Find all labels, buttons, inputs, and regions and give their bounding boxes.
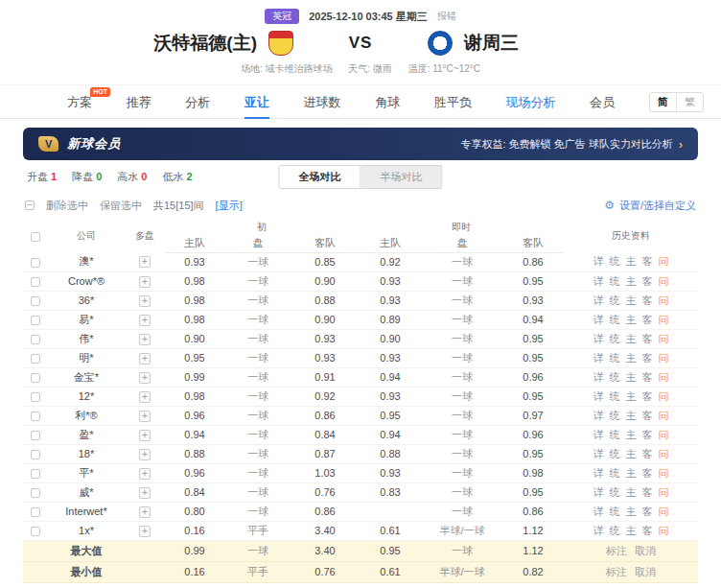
history-link-主[interactable]: 主: [626, 255, 637, 267]
company-name[interactable]: 18*: [48, 444, 125, 463]
nav-tab-方案[interactable]: 方案HOT: [67, 85, 92, 119]
expand-odds-button[interactable]: +: [139, 391, 151, 403]
history-link-客[interactable]: 客: [642, 506, 653, 517]
history-link-主[interactable]: 主: [626, 486, 637, 498]
expand-odds-button[interactable]: +: [139, 430, 151, 441]
expand-odds-button[interactable]: +: [139, 526, 151, 537]
history-link-客[interactable]: 客: [642, 371, 653, 383]
row-checkbox[interactable]: [31, 373, 40, 383]
history-link-详[interactable]: 详: [593, 525, 604, 536]
history-link-客[interactable]: 客: [642, 486, 653, 498]
history-link-客[interactable]: 客: [642, 314, 653, 325]
history-link-统[interactable]: 统: [610, 314, 620, 325]
history-link-主[interactable]: 主: [626, 448, 637, 459]
ask-link[interactable]: 问: [659, 410, 669, 421]
history-link-详[interactable]: 详: [593, 448, 604, 459]
history-link-主[interactable]: 主: [626, 314, 637, 325]
history-link-统[interactable]: 统: [610, 429, 620, 440]
history-link-详[interactable]: 详: [593, 467, 604, 479]
row-checkbox[interactable]: [31, 316, 40, 325]
history-link-主[interactable]: 主: [626, 352, 637, 364]
ask-link[interactable]: 问: [659, 294, 669, 306]
company-name[interactable]: 利*®: [48, 406, 125, 425]
vip-banner-right[interactable]: 专享权益: 免费解锁 免广告 球队实力对比分析 ›: [460, 137, 683, 152]
history-link-主[interactable]: 主: [626, 390, 637, 402]
expand-odds-button[interactable]: +: [139, 353, 151, 365]
nav-tab-亚让[interactable]: 亚让: [244, 85, 269, 119]
ask-link[interactable]: 问: [659, 275, 669, 287]
select-all-checkbox[interactable]: [31, 232, 40, 242]
company-name[interactable]: 平*: [48, 463, 125, 482]
expand-odds-button[interactable]: +: [139, 295, 151, 307]
history-link-统[interactable]: 统: [610, 506, 620, 517]
row-checkbox[interactable]: [31, 469, 40, 479]
history-link-主[interactable]: 主: [626, 275, 637, 287]
history-link-统[interactable]: 统: [610, 390, 620, 402]
history-link-主[interactable]: 主: [626, 410, 637, 421]
expand-odds-button[interactable]: +: [139, 372, 151, 384]
row-checkbox[interactable]: [31, 277, 40, 287]
row-checkbox[interactable]: [31, 258, 40, 268]
history-link-客[interactable]: 客: [642, 275, 653, 287]
full-match-tab[interactable]: 全场对比: [279, 165, 361, 189]
history-link-客[interactable]: 客: [642, 467, 653, 479]
vip-banner[interactable]: V 新球会员 专享权益: 免费解锁 免广告 球队实力对比分析 ›: [23, 128, 698, 160]
row-checkbox[interactable]: [31, 488, 40, 498]
expand-odds-button[interactable]: +: [139, 315, 151, 326]
history-link-详[interactable]: 详: [593, 275, 604, 287]
history-link-主[interactable]: 主: [626, 506, 637, 517]
ask-link[interactable]: 问: [659, 371, 669, 383]
company-name[interactable]: 澳*: [48, 252, 125, 271]
company-name[interactable]: 36*: [48, 291, 125, 310]
summary-link-标注[interactable]: 标注: [606, 545, 627, 556]
history-link-主[interactable]: 主: [626, 467, 637, 479]
lang-traditional-button[interactable]: 繁: [676, 93, 703, 111]
ask-link[interactable]: 问: [659, 486, 669, 498]
history-link-统[interactable]: 统: [610, 352, 620, 364]
history-link-统[interactable]: 统: [610, 525, 620, 536]
company-name[interactable]: 盈*: [48, 425, 125, 444]
nav-tab-分析[interactable]: 分析: [185, 85, 210, 119]
history-link-详[interactable]: 详: [593, 294, 604, 306]
history-link-详[interactable]: 详: [593, 390, 604, 402]
expand-odds-button[interactable]: +: [139, 334, 151, 345]
summary-link-标注[interactable]: 标注: [606, 566, 627, 577]
row-checkbox[interactable]: [31, 450, 40, 459]
history-link-主[interactable]: 主: [626, 333, 637, 344]
history-link-统[interactable]: 统: [610, 410, 620, 421]
row-checkbox[interactable]: [31, 527, 40, 536]
show-link[interactable]: [显示]: [216, 199, 243, 213]
ask-link[interactable]: 问: [659, 390, 669, 402]
history-link-主[interactable]: 主: [626, 429, 637, 440]
nav-tab-现场分析[interactable]: 现场分析: [505, 85, 555, 119]
row-checkbox[interactable]: [31, 354, 40, 364]
history-link-详[interactable]: 详: [593, 371, 604, 383]
company-name[interactable]: 易*: [48, 310, 125, 329]
settings-button[interactable]: ⚙ 设置/选择自定义: [604, 199, 696, 213]
delete-selected-button[interactable]: 删除选中: [46, 199, 88, 213]
company-name[interactable]: 威*: [48, 482, 125, 502]
row-checkbox[interactable]: [31, 431, 40, 440]
history-link-统[interactable]: 统: [610, 448, 620, 459]
expand-odds-button[interactable]: +: [139, 276, 151, 288]
expand-odds-button[interactable]: +: [139, 468, 151, 480]
row-checkbox[interactable]: [31, 412, 40, 421]
nav-tab-胜平负[interactable]: 胜平负: [434, 85, 472, 119]
ask-link[interactable]: 问: [659, 467, 669, 479]
expand-odds-button[interactable]: +: [139, 411, 151, 422]
ask-link[interactable]: 问: [659, 429, 669, 440]
history-link-统[interactable]: 统: [610, 371, 620, 383]
history-link-详[interactable]: 详: [593, 255, 604, 267]
company-name[interactable]: 明*: [48, 348, 125, 367]
nav-tab-角球[interactable]: 角球: [375, 85, 400, 119]
row-checkbox[interactable]: [31, 296, 40, 306]
history-link-统[interactable]: 统: [610, 294, 620, 306]
company-name[interactable]: 金宝*: [48, 367, 125, 387]
expand-odds-button[interactable]: +: [139, 256, 151, 268]
expand-odds-button[interactable]: +: [139, 506, 151, 518]
half-match-tab[interactable]: 半场对比: [361, 165, 443, 189]
history-link-统[interactable]: 统: [610, 255, 620, 267]
company-name[interactable]: 1x*: [48, 521, 125, 540]
nav-tab-推荐[interactable]: 推荐: [127, 85, 151, 119]
history-link-客[interactable]: 客: [642, 429, 653, 440]
